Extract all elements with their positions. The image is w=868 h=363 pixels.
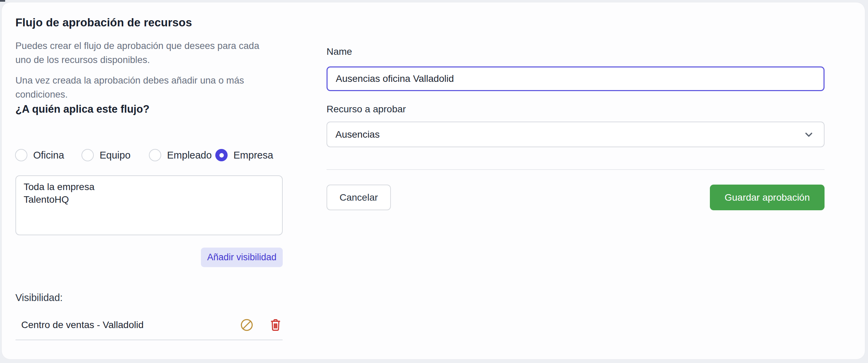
visibility-list-item: Centro de ventas - Valladolid: [15, 315, 283, 335]
top-left-artifact: [0, 0, 5, 2]
ban-button[interactable]: [239, 317, 255, 333]
audience-radio-group: Oficina Equipo Empleado Empresa: [2, 148, 286, 162]
add-visibility-button[interactable]: Añadir visibilidad: [201, 248, 283, 267]
save-button[interactable]: Guardar aprobación: [710, 185, 825, 210]
resource-label: Recurso a aprobar: [327, 104, 406, 115]
company-listbox[interactable]: Toda la empresa TalentoHQ: [15, 175, 283, 235]
screen: Flujo de aprobación de recursos Puedes c…: [0, 0, 868, 363]
name-input[interactable]: [327, 66, 825, 91]
form-divider: [327, 169, 825, 170]
visibility-heading: Visibilidad:: [15, 292, 63, 303]
radio-label-oficina: Oficina: [33, 150, 64, 161]
radio-label-empleado: Empleado: [167, 150, 212, 161]
visibility-divider: [15, 339, 283, 340]
approval-flow-card: Flujo de aprobación de recursos Puedes c…: [1, 2, 865, 360]
radio-button-empresa[interactable]: [215, 149, 228, 161]
radio-button-oficina[interactable]: [15, 149, 27, 161]
ban-icon: [239, 317, 254, 333]
radio-label-empresa: Empresa: [233, 150, 273, 161]
listbox-option-toda-la-empresa[interactable]: Toda la empresa: [16, 180, 282, 193]
radio-button-empleado[interactable]: [149, 149, 161, 161]
radio-button-equipo[interactable]: [81, 149, 94, 161]
resource-select[interactable]: Ausencias: [327, 122, 825, 147]
name-label: Name: [327, 46, 352, 57]
listbox-option-talentohq[interactable]: TalentoHQ: [16, 193, 282, 206]
radio-group-oficina: Oficina: [15, 148, 64, 162]
page-description-2: Una vez creada la aprobación debes añadi…: [15, 73, 270, 101]
delete-button[interactable]: [267, 317, 284, 333]
chevron-down-icon: [803, 128, 815, 141]
radio-label-equipo: Equipo: [100, 150, 130, 161]
audience-heading: ¿A quién aplica este flujo?: [15, 103, 255, 115]
resource-select-value: Ausencias: [327, 129, 803, 140]
visibility-item-label: Centro de ventas - Valladolid: [21, 320, 143, 330]
radio-group-equipo: Equipo: [81, 148, 130, 162]
cancel-button[interactable]: Cancelar: [327, 185, 391, 210]
trash-icon: [268, 318, 283, 332]
radio-group-empleado: Empleado: [149, 148, 212, 162]
page-title: Flujo de aprobación de recursos: [15, 16, 276, 29]
radio-group-empresa: Empresa: [215, 148, 273, 162]
page-description-1: Puedes crear el flujo de aprobación que …: [15, 39, 270, 67]
